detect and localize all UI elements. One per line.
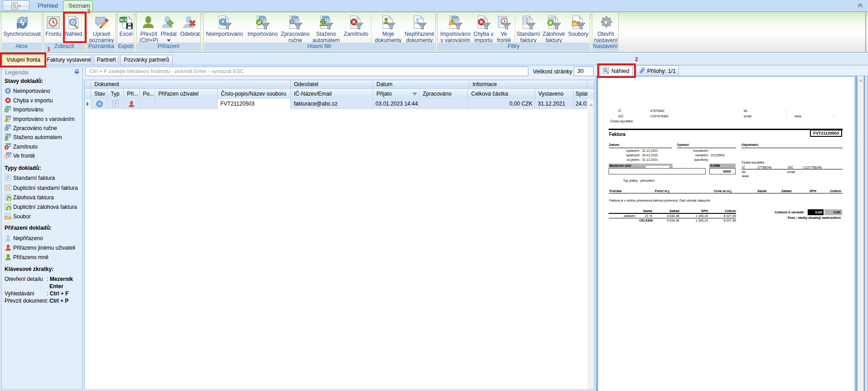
svg-text:XLS: XLS [120, 18, 127, 22]
